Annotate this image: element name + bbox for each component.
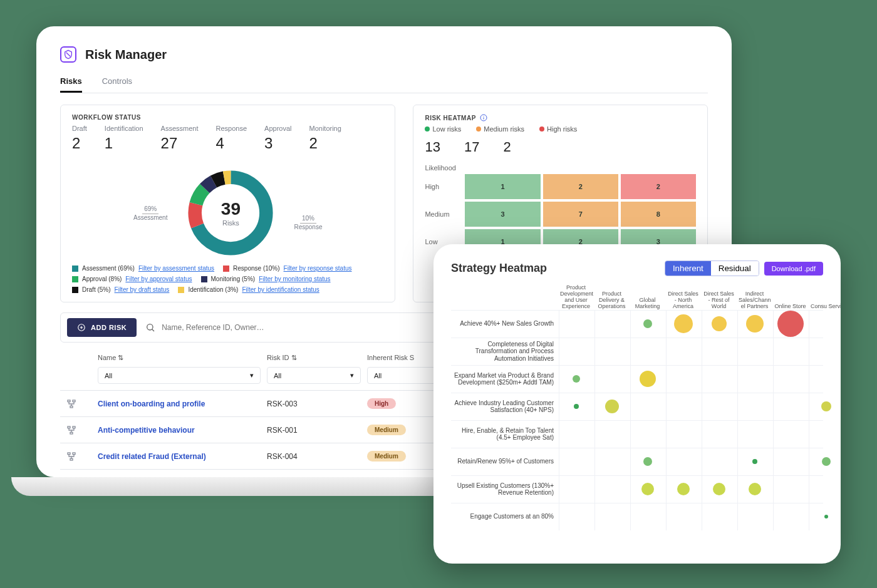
strategy-cell[interactable]	[702, 448, 736, 475]
strategy-cell[interactable]	[594, 338, 629, 365]
strategy-cell[interactable]	[702, 311, 736, 338]
strategy-cell[interactable]	[666, 503, 700, 530]
strategy-cell[interactable]	[559, 421, 593, 448]
strategy-cell[interactable]	[666, 366, 700, 393]
seg-residual[interactable]: Residual	[711, 261, 759, 276]
strategy-cell[interactable]	[737, 311, 772, 338]
seg-inherent[interactable]: Inherent	[665, 261, 711, 276]
legend-filter-link[interactable]: Filter by draft status	[115, 286, 170, 293]
legend-filter-link[interactable]: Filter by approval status	[125, 276, 192, 282]
strategy-cell[interactable]	[559, 503, 593, 530]
strategy-cell[interactable]	[559, 366, 593, 393]
dot-icon	[476, 126, 481, 132]
strategy-cell[interactable]	[594, 311, 629, 338]
col-name[interactable]: Name ⇅	[98, 354, 261, 362]
strategy-cell[interactable]	[630, 393, 665, 420]
tab-controls[interactable]: Controls	[102, 71, 132, 93]
strategy-cell[interactable]	[737, 366, 772, 393]
heat-cell[interactable]: 1	[465, 174, 540, 199]
strategy-cell[interactable]	[702, 338, 736, 365]
heat-cell[interactable]: 2	[543, 174, 618, 199]
strategy-cell[interactable]	[737, 448, 772, 475]
strategy-cell[interactable]	[737, 393, 772, 420]
stage-value: 4	[216, 135, 247, 152]
strategy-cell[interactable]	[809, 448, 841, 475]
strategy-cell[interactable]	[773, 366, 807, 393]
heatmap-grid: High122Medium378Low123	[425, 174, 696, 254]
strategy-cell[interactable]	[630, 338, 665, 365]
strategy-cell[interactable]	[702, 503, 736, 530]
heat-cell[interactable]: 3	[465, 202, 540, 227]
download-pdf-button[interactable]: Download .pdf	[764, 262, 823, 276]
strategy-cell[interactable]	[809, 338, 841, 365]
strategy-cell[interactable]	[666, 393, 700, 420]
legend-label: Approval (8%)	[82, 276, 122, 282]
strategy-cell[interactable]	[630, 311, 665, 338]
strategy-cell[interactable]	[594, 393, 629, 420]
strategy-cell[interactable]	[666, 448, 700, 475]
strategy-cell[interactable]	[737, 503, 772, 530]
strategy-cell[interactable]	[809, 503, 841, 530]
strategy-cell[interactable]	[773, 503, 807, 530]
strategy-cell[interactable]	[773, 393, 807, 420]
filter-name[interactable]: All▾	[98, 367, 261, 384]
tab-risks[interactable]: Risks	[60, 71, 82, 93]
strategy-cell[interactable]	[594, 448, 629, 475]
bubble	[752, 459, 757, 464]
strategy-cell[interactable]	[630, 421, 665, 448]
strategy-cell[interactable]	[702, 421, 736, 448]
strategy-cell[interactable]	[594, 503, 629, 530]
col-risk-id[interactable]: Risk ID ⇅	[267, 354, 361, 362]
strategy-cell[interactable]	[666, 311, 700, 338]
strategy-cell[interactable]	[702, 476, 736, 503]
strategy-cell[interactable]	[773, 476, 807, 503]
strategy-cell[interactable]	[630, 448, 665, 475]
strategy-cell[interactable]	[773, 338, 807, 365]
strategy-cell[interactable]	[666, 476, 700, 503]
strategy-cell[interactable]	[559, 338, 593, 365]
strategy-cell[interactable]	[737, 338, 772, 365]
legend-filter-link[interactable]: Filter by response status	[284, 265, 352, 272]
strategy-cell[interactable]	[594, 366, 629, 393]
strategy-cell[interactable]	[773, 421, 807, 448]
strategy-cell[interactable]	[809, 311, 841, 338]
legend-label: Draft (5%)	[82, 286, 111, 293]
legend-label: Identification (3%)	[188, 286, 238, 293]
strategy-cell[interactable]	[809, 421, 841, 448]
donut-right-sub: Response	[294, 224, 322, 230]
heat-cell[interactable]: 2	[621, 174, 696, 199]
heat-cell[interactable]: 7	[543, 202, 618, 227]
legend-filter-link[interactable]: Filter by monitoring status	[259, 276, 331, 282]
strategy-cell[interactable]	[559, 476, 593, 503]
bubble	[824, 515, 828, 518]
bubble	[749, 483, 761, 495]
strategy-cell[interactable]	[737, 476, 772, 503]
strategy-cell[interactable]	[630, 366, 665, 393]
strategy-cell[interactable]	[666, 338, 700, 365]
filter-risk-id[interactable]: All▾	[267, 367, 361, 384]
legend-filter-link[interactable]: Filter by identification status	[242, 286, 319, 293]
strategy-cell[interactable]	[630, 503, 665, 530]
strategy-cell[interactable]	[773, 311, 807, 338]
heat-cell[interactable]: 8	[621, 202, 696, 227]
info-icon[interactable]	[480, 114, 487, 121]
legend-filter-link[interactable]: Filter by assessment status	[138, 265, 214, 272]
strategy-cell[interactable]	[702, 393, 736, 420]
stage-value: 2	[309, 135, 341, 152]
strategy-cell[interactable]	[630, 476, 665, 503]
strategy-cell[interactable]	[594, 476, 629, 503]
strategy-cell[interactable]	[559, 448, 593, 475]
strategy-cell[interactable]	[737, 421, 772, 448]
strategy-cell[interactable]	[666, 421, 700, 448]
strategy-cell[interactable]	[702, 366, 736, 393]
strategy-cell[interactable]	[809, 476, 841, 503]
strategy-cell[interactable]	[559, 393, 593, 420]
strategy-cell[interactable]	[809, 393, 841, 420]
strategy-cell[interactable]	[809, 366, 841, 393]
add-risk-button[interactable]: ADD RISK	[67, 318, 137, 337]
strategy-cell[interactable]	[594, 421, 629, 448]
legend-item: Response (10%) Filter by response status	[223, 265, 351, 272]
strategy-cell[interactable]	[559, 311, 593, 338]
strategy-cell[interactable]	[773, 448, 807, 475]
legend-swatch	[72, 287, 78, 293]
